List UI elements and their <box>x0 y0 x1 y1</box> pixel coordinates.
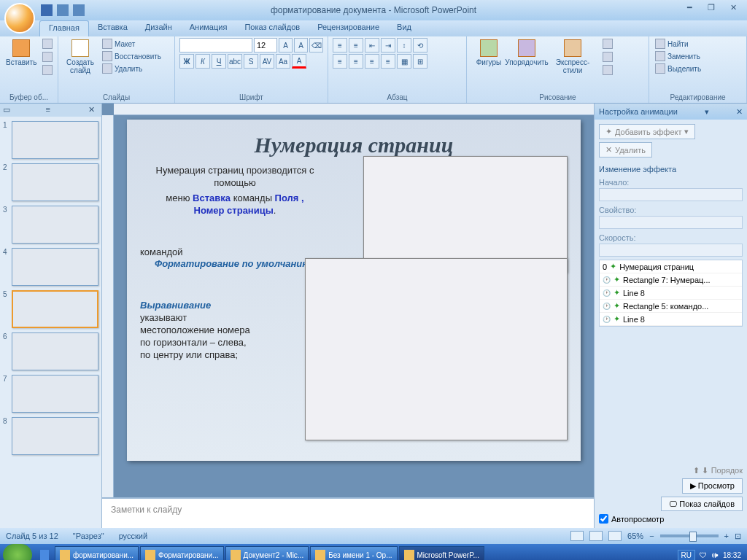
cut-icon[interactable] <box>41 38 54 50</box>
tray-icon[interactable]: 🕪 <box>711 551 719 559</box>
undo-icon[interactable] <box>57 4 69 16</box>
tab-insert[interactable]: Вставка <box>89 20 136 36</box>
slide-thumbnail[interactable]: 5 <box>3 290 98 328</box>
animation-item[interactable]: 0✦Нумерация страниц <box>600 260 742 273</box>
new-slide-button[interactable]: Создать слайд <box>63 38 98 76</box>
line-spacing-icon[interactable]: ↕ <box>397 38 411 52</box>
slide-thumbnail[interactable]: 6 <box>3 332 98 370</box>
tab-anim[interactable]: Анимация <box>181 20 236 36</box>
horizontal-ruler[interactable] <box>114 104 594 115</box>
italic-icon[interactable]: К <box>196 54 210 69</box>
minimize-button[interactable]: ━ <box>681 3 697 15</box>
animation-list[interactable]: 0✦Нумерация страниц🕐✦Rectangle 7: Нумера… <box>599 260 743 327</box>
justify-icon[interactable]: ≡ <box>381 54 395 69</box>
select-button[interactable]: Выделить <box>654 63 742 74</box>
zoom-value[interactable]: 65% <box>627 532 643 540</box>
tray-icon[interactable]: 🛡 <box>700 551 707 559</box>
close-pane-icon[interactable]: ✕ <box>736 107 743 117</box>
numbering-icon[interactable]: ≡ <box>349 38 363 52</box>
zoom-in-icon[interactable]: + <box>724 532 729 540</box>
taskbar-item[interactable]: Документ2 - Mic... <box>225 546 309 560</box>
outline-tab-icon[interactable]: ▭ <box>3 105 13 115</box>
language-bar[interactable]: RU <box>678 550 695 561</box>
redo-icon[interactable] <box>73 4 85 16</box>
font-family-select[interactable] <box>179 38 252 52</box>
tab-design[interactable]: Дизайн <box>136 20 181 36</box>
format-painter-icon[interactable] <box>41 64 54 76</box>
paste-button[interactable]: Вставить <box>4 38 38 68</box>
delete-slide-button[interactable]: Удалить <box>101 63 163 74</box>
clock[interactable]: 18:32 <box>723 551 741 559</box>
shape-effects-icon[interactable] <box>601 64 614 76</box>
animation-item[interactable]: 🕐✦Rectangle 7: Нумерац... <box>600 273 742 287</box>
taskbar-item[interactable]: Форматировани... <box>140 546 223 560</box>
office-button[interactable] <box>4 3 35 34</box>
shadow-icon[interactable]: S <box>244 54 258 69</box>
close-button[interactable]: ✕ <box>725 3 741 15</box>
font-color-icon[interactable]: A <box>292 54 306 69</box>
shape-outline-icon[interactable] <box>601 51 614 63</box>
tab-show[interactable]: Показ слайдов <box>236 20 309 36</box>
normal-view-icon[interactable] <box>570 531 584 541</box>
slide-thumbnail[interactable]: 7 <box>3 375 98 413</box>
taskbar-item[interactable]: Без имени 1 - Op... <box>310 546 397 560</box>
animation-item[interactable]: 🕐✦Line 8 <box>600 287 742 300</box>
property-select[interactable] <box>599 216 743 229</box>
autopreview-checkbox[interactable]: Автопросмотр <box>599 514 743 524</box>
zoom-out-icon[interactable]: − <box>649 532 654 540</box>
strike-icon[interactable]: abc <box>228 54 242 69</box>
maximize-button[interactable]: ❐ <box>703 3 719 15</box>
columns-icon[interactable]: ▦ <box>397 54 411 69</box>
bold-icon[interactable]: Ж <box>179 54 194 69</box>
taskbar-item[interactable]: Microsoft PowerP... <box>399 546 484 560</box>
slide-title[interactable]: Нумерация страниц <box>140 133 568 158</box>
slide-thumbnail[interactable]: 3 <box>3 206 98 244</box>
notes-pane[interactable]: Заметки к слайду <box>102 497 594 528</box>
grow-font-icon[interactable]: A <box>279 38 293 52</box>
quick-styles-button[interactable]: Экспресс-стили <box>547 38 598 76</box>
layout-button[interactable]: Макет <box>101 38 163 50</box>
slides-tab-icon[interactable]: ≡ <box>46 105 56 115</box>
slides-thumbnail-panel[interactable]: ▭ ≡ ✕ 12345678 <box>0 104 102 528</box>
preview-button[interactable]: ▶ Просмотр <box>682 478 743 494</box>
close-panel-icon[interactable]: ✕ <box>88 105 98 115</box>
zoom-slider[interactable] <box>660 534 719 537</box>
save-icon[interactable] <box>41 4 53 16</box>
slide-body[interactable]: Нумерация страниц производится с помощью… <box>140 165 330 362</box>
taskbar-item[interactable]: форматировани... <box>55 546 139 560</box>
slide-thumbnail[interactable]: 1 <box>3 121 98 159</box>
slide-thumbnail[interactable]: 4 <box>3 248 98 286</box>
align-left-icon[interactable]: ≡ <box>333 54 347 69</box>
shrink-font-icon[interactable]: A <box>294 38 308 52</box>
align-right-icon[interactable]: ≡ <box>365 54 379 69</box>
underline-icon[interactable]: Ч <box>212 54 226 69</box>
replace-button[interactable]: Заменить <box>654 50 742 62</box>
find-button[interactable]: Найти <box>654 38 742 50</box>
slideshow-button[interactable]: 🖵 Показ слайдов <box>661 497 743 511</box>
spacing-icon[interactable]: AV <box>260 54 274 69</box>
clear-format-icon[interactable]: ⌫ <box>309 38 323 52</box>
text-direction-icon[interactable]: ⟲ <box>413 38 427 52</box>
start-button[interactable] <box>3 544 32 560</box>
start-select[interactable] <box>599 188 743 201</box>
copy-icon[interactable] <box>41 51 54 63</box>
slide-scroll[interactable]: Нумерация страниц Нумерация страниц прои… <box>114 115 594 497</box>
remove-effect-button[interactable]: ✕ Удалить <box>599 142 652 158</box>
animation-item[interactable]: 🕐✦Rectangle 5: командо... <box>600 300 742 313</box>
vertical-ruler[interactable] <box>102 115 114 497</box>
tab-view[interactable]: Вид <box>388 20 420 36</box>
tab-review[interactable]: Рецензирование <box>309 20 388 36</box>
dropdown-icon[interactable]: ▾ <box>705 107 709 117</box>
slide-thumbnail[interactable]: 2 <box>3 163 98 201</box>
align-center-icon[interactable]: ≡ <box>349 54 363 69</box>
tab-home[interactable]: Главная <box>39 20 89 36</box>
add-effect-button[interactable]: ✦ Добавить эффект ▾ <box>599 124 695 139</box>
indent-dec-icon[interactable]: ⇤ <box>365 38 379 52</box>
shape-fill-icon[interactable] <box>601 38 614 50</box>
sorter-view-icon[interactable] <box>589 531 603 541</box>
language-indicator[interactable]: русский <box>119 532 147 540</box>
bullets-icon[interactable]: ≡ <box>333 38 347 52</box>
smartart-icon[interactable]: ⊞ <box>413 54 427 69</box>
arrange-button[interactable]: Упорядочить <box>509 38 544 68</box>
indent-inc-icon[interactable]: ⇥ <box>381 38 395 52</box>
